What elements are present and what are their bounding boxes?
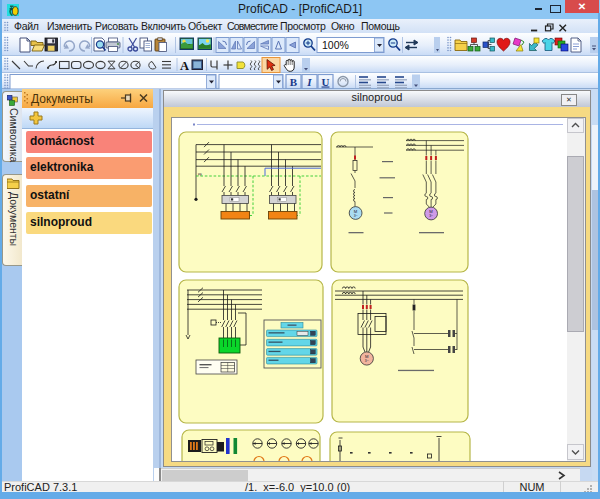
- svg-text:100%: 100%: [322, 39, 349, 51]
- svg-text:3~: 3~: [429, 214, 433, 218]
- svg-text:3~: 3~: [354, 214, 358, 218]
- svg-text:3~: 3~: [365, 359, 369, 363]
- svg-text:B: B: [290, 76, 298, 88]
- svg-text:A: A: [180, 59, 189, 73]
- svg-text:U: U: [322, 76, 330, 88]
- svg-text:I: I: [306, 76, 312, 88]
